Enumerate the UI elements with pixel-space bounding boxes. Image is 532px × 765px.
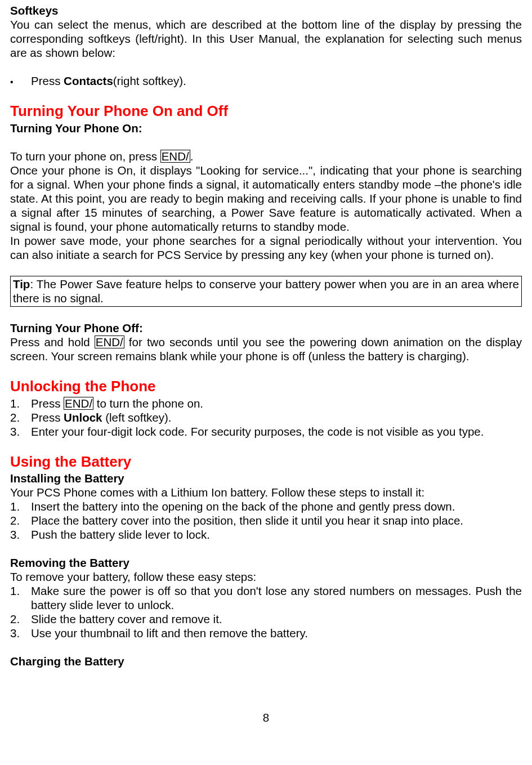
remove-step-1: 1. Make sure the power is off so that yo… (10, 584, 522, 612)
end-key: END/ (160, 150, 190, 163)
step1-prefix: Press (31, 397, 64, 410)
unlock-step-3: 3. Enter your four-digit lock code. For … (10, 424, 522, 439)
unlock-step-1: 1. Press END/ to turn the phone on. (10, 396, 522, 410)
battery-heading: Using the Battery (10, 453, 522, 472)
unlock-step-2: 2. Press Unlock (left softkey). (10, 410, 522, 424)
list-number: 3. (10, 626, 31, 640)
list-number: 3. (10, 527, 31, 542)
end-key: END/ (64, 397, 93, 410)
bullet-prefix: Press (31, 74, 64, 87)
bullet-bold: Contacts (64, 74, 113, 87)
list-number: 2. (10, 612, 31, 626)
install-intro: Your PCS Phone comes with a Lithium Ion … (10, 485, 522, 499)
remove-step-3-text: Use your thumbnail to lift and then remo… (31, 626, 522, 640)
install-step-2-text: Place the battery cover into the positio… (31, 513, 522, 527)
remove-step-3: 3. Use your thumbnail to lift and then r… (10, 626, 522, 640)
turning-off-p: Press and hold END/ for two seconds unti… (10, 335, 522, 363)
remove-step-2: 2. Slide the battery cover and remove it… (10, 612, 522, 626)
install-step-1-text: Insert the battery into the opening on t… (31, 499, 522, 513)
remove-step-1-text: Make sure the power is off so that you d… (31, 584, 522, 612)
step2-suffix: (left softkey). (102, 411, 171, 424)
bullet-dot-icon: • (10, 77, 31, 88)
unlock-step-1-text: Press END/ to turn the phone on. (31, 396, 522, 410)
turning-off-heading: Turning Your Phone Off: (10, 321, 522, 335)
turning-on-p3: In power save mode, your phone searches … (10, 234, 522, 262)
unlock-step-3-text: Enter your four-digit lock code. For sec… (31, 424, 522, 439)
remove-step-2-text: Slide the battery cover and remove it. (31, 612, 522, 626)
remove-heading: Removing the Battery (10, 556, 522, 570)
off-prefix: Press and hold (10, 335, 95, 348)
step2-prefix: Press (31, 411, 64, 424)
list-number: 3. (10, 424, 31, 439)
step1-suffix: to turn the phone on. (93, 397, 203, 410)
step2-bold: Unlock (64, 411, 102, 424)
list-number: 2. (10, 513, 31, 527)
p1-suffix: . (190, 150, 194, 163)
list-number: 1. (10, 499, 31, 513)
tip-text: : The Power Save feature helps to conser… (13, 278, 519, 305)
softkeys-bullet-text: Press Contacts(right softkey). (31, 74, 522, 88)
turning-on-p2: Once your phone is On, it displays "Look… (10, 163, 522, 234)
turning-on-heading: Turning Your Phone On: (10, 121, 522, 135)
list-number: 2. (10, 410, 31, 424)
unlock-step-2-text: Press Unlock (left softkey). (31, 410, 522, 424)
turning-on-p1: To turn your phone on, press END/. (10, 149, 522, 163)
tip-label: Tip (13, 278, 30, 290)
softkeys-text: You can select the menus, which are desc… (10, 17, 522, 60)
softkeys-heading: Softkeys (10, 3, 522, 17)
list-number: 1. (10, 584, 31, 598)
softkeys-bullet: • Press Contacts(right softkey). (10, 74, 522, 88)
install-step-1: 1. Insert the battery into the opening o… (10, 499, 522, 513)
install-step-2: 2. Place the battery cover into the posi… (10, 513, 522, 527)
page-number: 8 (10, 710, 522, 724)
turning-heading: Turning Your Phone On and Off (10, 102, 522, 121)
unlocking-heading: Unlocking the Phone (10, 377, 522, 396)
end-key: END/ (95, 335, 124, 349)
install-step-3-text: Push the battery slide lever to lock. (31, 527, 522, 542)
charge-heading: Charging the Battery (10, 654, 522, 668)
remove-intro: To remove your battery, follow these eas… (10, 570, 522, 584)
install-heading: Installing the Battery (10, 471, 522, 485)
install-step-3: 3. Push the battery slide lever to lock. (10, 527, 522, 542)
tip-box: Tip: The Power Save feature helps to con… (10, 276, 522, 307)
bullet-suffix: (right softkey). (113, 74, 186, 87)
p1-prefix: To turn your phone on, press (10, 150, 160, 163)
list-number: 1. (10, 396, 31, 410)
